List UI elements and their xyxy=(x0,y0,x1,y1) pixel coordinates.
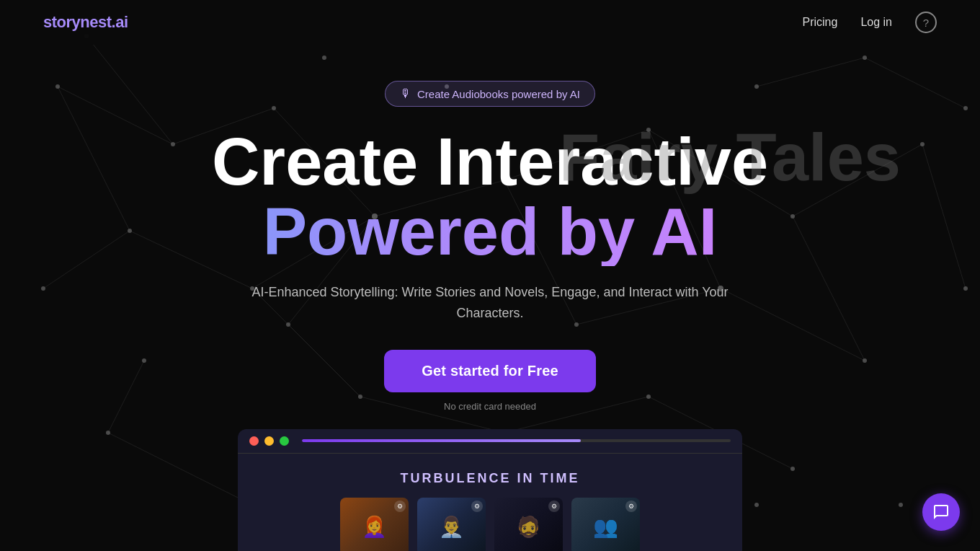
character-card[interactable]: 🧔 ⚙ xyxy=(494,498,563,551)
hero-heading: Create Interactive Fairy Tales Powered b… xyxy=(58,127,922,266)
cta-button[interactable]: Get started for Free xyxy=(384,350,596,392)
hero-section: 🎙 Create Audiobooks powered by AI Create… xyxy=(0,45,980,551)
hero-subtitle: AI-Enhanced Storytelling: Write Stories … xyxy=(231,282,749,324)
chat-button[interactable] xyxy=(922,493,960,531)
window-progress-bar xyxy=(302,439,731,442)
logo[interactable]: storynest.ai xyxy=(43,13,128,32)
window-progress-fill xyxy=(302,439,581,442)
app-content: TURBULENCE IN TIME 👩‍🦰 ⚙ 👨‍💼 ⚙ 🧔 ⚙ 👥 ⚙ xyxy=(238,454,742,551)
cta-section: Get started for Free No credit card need… xyxy=(384,350,596,412)
wave-icon: 🎙 xyxy=(400,87,411,100)
chat-icon xyxy=(932,503,950,521)
cta-note: No credit card needed xyxy=(444,401,536,412)
window-dot-yellow xyxy=(264,436,274,446)
story-title: TURBULENCE IN TIME xyxy=(255,471,725,486)
pill-badge: 🎙 Create Audiobooks powered by AI xyxy=(385,81,595,107)
characters-row: 👩‍🦰 ⚙ 👨‍💼 ⚙ 🧔 ⚙ 👥 ⚙ xyxy=(255,498,725,551)
help-icon: ? xyxy=(923,17,929,29)
help-button[interactable]: ? xyxy=(915,12,937,33)
char-icon-1: 👩‍🦰 xyxy=(362,514,387,538)
logo-text: storynest.ai xyxy=(43,13,128,31)
char-settings-3[interactable]: ⚙ xyxy=(548,501,560,512)
ghost-title: Fairy Tales xyxy=(559,120,901,195)
pill-badge-text: Create Audiobooks powered by AI xyxy=(417,88,580,100)
navbar: storynest.ai Pricing Log in ? xyxy=(0,0,980,45)
char-icon-4: 👥 xyxy=(593,514,618,538)
nav-login[interactable]: Log in xyxy=(860,16,892,29)
nav-links: Pricing Log in ? xyxy=(803,12,937,33)
app-preview: TURBULENCE IN TIME 👩‍🦰 ⚙ 👨‍💼 ⚙ 🧔 ⚙ 👥 ⚙ xyxy=(238,429,742,551)
window-dot-red xyxy=(249,436,259,446)
character-card[interactable]: 👨‍💼 ⚙ xyxy=(417,498,486,551)
char-icon-3: 🧔 xyxy=(516,514,541,538)
character-card[interactable]: 👥 ⚙ xyxy=(571,498,640,551)
window-chrome xyxy=(238,429,742,454)
char-settings-2[interactable]: ⚙ xyxy=(471,501,483,512)
char-icon-2: 👨‍💼 xyxy=(439,514,464,538)
character-card[interactable]: 👩‍🦰 ⚙ xyxy=(340,498,409,551)
hero-title-row2: Powered by AI xyxy=(58,197,922,267)
char-settings-4[interactable]: ⚙ xyxy=(625,501,637,512)
window-dot-green xyxy=(280,436,289,446)
char-settings-1[interactable]: ⚙ xyxy=(394,501,406,512)
nav-pricing[interactable]: Pricing xyxy=(803,16,838,29)
